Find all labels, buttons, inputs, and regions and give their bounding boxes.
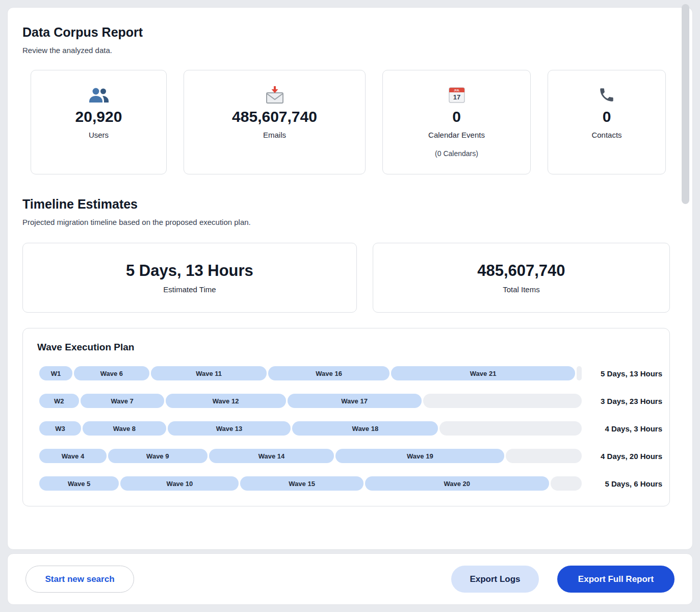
wave-track-remainder [423,394,582,408]
stat-value-calendar: 0 [452,108,461,125]
wave-segment: Wave 16 [268,366,389,380]
wave-execution-plan-card: Wave Execution Plan W1Wave 6Wave 11Wave … [22,328,670,506]
footer-export-buttons: Export Logs Export Full Report [451,566,675,593]
estimated-time-card: 5 Days, 13 Hours Estimated Time [22,243,357,313]
svg-text:JUL: JUL [454,89,460,92]
start-new-search-button[interactable]: Start new search [25,566,134,593]
total-items-card: 485,607,740 Total Items [373,243,670,313]
footer-bar: Start new search Export Logs Export Full… [7,553,693,605]
wave-segment: Wave 19 [335,449,504,463]
svg-text:17: 17 [453,93,460,101]
total-items-value: 485,607,740 [477,262,565,280]
wave-segment: W2 [39,394,79,408]
wave-duration: 3 Days, 23 Hours [582,397,669,405]
stat-sub-calendars: (0 Calendars) [435,149,478,158]
wave-segment: Wave 4 [39,449,107,463]
wave-track: Wave 4Wave 9Wave 14Wave 19 [39,449,582,463]
wave-segment: Wave 18 [292,421,438,436]
wave-segment: Wave 12 [166,394,286,408]
stat-label-contacts: Contacts [591,131,621,139]
wave-track: W2Wave 7Wave 12Wave 17 [39,394,582,408]
wave-row: Wave 5Wave 10Wave 15Wave 205 Days, 6 Hou… [37,476,669,491]
stat-label-calendar: Calendar Events [428,131,485,139]
wave-row: W3Wave 8Wave 13Wave 184 Days, 3 Hours [37,421,669,436]
timeline-subtitle: Projected migration timeline based on th… [22,218,670,226]
page-subtitle: Review the analyzed data. [22,46,670,55]
wave-segment: W3 [39,421,81,436]
users-icon [88,85,110,105]
wave-row: W2Wave 7Wave 12Wave 173 Days, 23 Hours [37,394,669,408]
timeline-cards: 5 Days, 13 Hours Estimated Time 485,607,… [22,243,670,313]
wave-track-remainder [551,476,582,491]
phone-icon [598,85,615,105]
email-icon [265,85,285,105]
wave-duration: 5 Days, 13 Hours [582,369,669,378]
stats-row: 20,920 Users 485,607,740 Emails [31,70,670,174]
page-title: Data Corpus Report [22,25,670,40]
wave-track: W1Wave 6Wave 11Wave 16Wave 21 [39,366,582,380]
wave-segment: Wave 21 [391,366,576,380]
export-logs-button[interactable]: Export Logs [451,566,539,593]
stat-value-users: 20,920 [75,108,122,125]
wave-duration: 4 Days, 3 Hours [582,424,669,433]
wave-rows: W1Wave 6Wave 11Wave 16Wave 215 Days, 13 … [37,366,669,491]
wave-segment: Wave 6 [74,366,149,380]
report-panel: Data Corpus Report Review the analyzed d… [7,7,693,550]
wave-plan-title: Wave Execution Plan [37,342,669,353]
wave-duration: 4 Days, 20 Hours [582,452,669,461]
wave-segment: Wave 11 [151,366,267,380]
stat-card-contacts: 0 Contacts [548,70,666,174]
wave-segment: W1 [39,366,72,380]
wave-row: Wave 4Wave 9Wave 14Wave 194 Days, 20 Hou… [37,449,669,463]
total-items-label: Total Items [503,285,540,294]
stat-value-emails: 485,607,740 [232,108,317,125]
wave-segment: Wave 10 [120,476,239,491]
timeline-title: Timeline Estimates [22,197,670,212]
wave-segment: Wave 7 [81,394,164,408]
stat-label-users: Users [89,131,109,139]
stat-value-contacts: 0 [603,108,611,125]
wave-segment: Wave 14 [209,449,334,463]
wave-segment: Wave 13 [168,421,291,436]
wave-row: W1Wave 6Wave 11Wave 16Wave 215 Days, 13 … [37,366,669,380]
export-full-report-button[interactable]: Export Full Report [557,566,675,593]
stat-card-calendar: JUL 17 0 Calendar Events (0 Calendars) [382,70,531,174]
wave-track: W3Wave 8Wave 13Wave 18 [39,421,582,436]
wave-track-remainder [577,366,582,380]
estimated-time-value: 5 Days, 13 Hours [126,262,253,280]
calendar-icon: JUL 17 [448,85,466,105]
wave-track: Wave 5Wave 10Wave 15Wave 20 [39,476,582,491]
wave-segment: Wave 8 [83,421,166,436]
stat-card-users: 20,920 Users [31,70,167,174]
stat-label-emails: Emails [263,131,286,139]
stat-card-emails: 485,607,740 Emails [184,70,366,174]
wave-track-remainder [439,421,582,436]
scrollbar[interactable] [682,4,689,204]
estimated-time-label: Estimated Time [163,285,216,294]
wave-segment: Wave 20 [365,476,549,491]
wave-segment: Wave 17 [288,394,422,408]
wave-track-remainder [506,449,582,463]
wave-segment: Wave 9 [108,449,208,463]
wave-segment: Wave 15 [240,476,364,491]
wave-segment: Wave 5 [39,476,119,491]
wave-duration: 5 Days, 6 Hours [582,479,669,488]
